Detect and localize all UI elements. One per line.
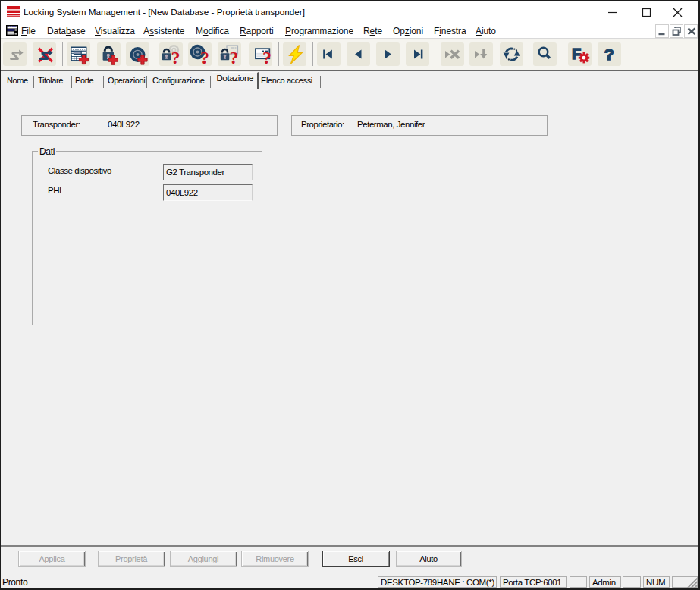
svg-text:?: ? <box>171 48 180 67</box>
svg-text:?: ? <box>604 46 614 63</box>
svg-text:F: F <box>572 46 581 62</box>
svg-text:?: ? <box>229 48 238 67</box>
svg-text:?: ? <box>200 48 209 67</box>
svg-text:?: ? <box>262 48 272 66</box>
